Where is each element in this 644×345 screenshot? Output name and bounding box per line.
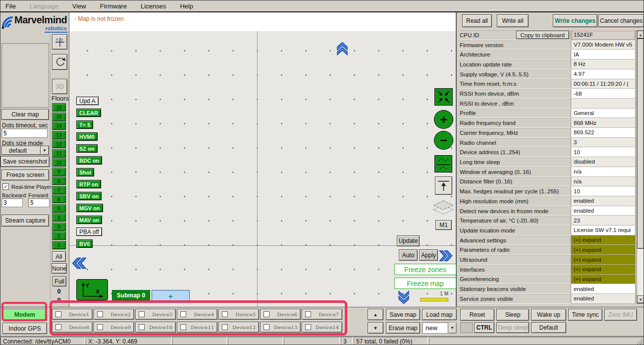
backward-input[interactable] xyxy=(1,198,23,207)
map-tool-button[interactable]: RTP on xyxy=(76,180,101,188)
floors-none-button[interactable]: None xyxy=(52,263,67,274)
device-button[interactable]: Device14 xyxy=(302,322,342,333)
floors-all-button[interactable]: All xyxy=(52,251,66,262)
parameter-value[interactable]: -68 xyxy=(571,89,636,99)
map-tool-button[interactable]: BV0 xyxy=(76,239,93,248)
chevron-down-icon[interactable]: ▼ xyxy=(40,146,49,155)
floor-button[interactable]: 12 xyxy=(52,140,66,148)
map-tool-button[interactable]: Upd A xyxy=(76,97,99,105)
parameter-value[interactable]: 3 xyxy=(571,138,636,148)
map-tool-button[interactable]: MGV on xyxy=(76,204,103,212)
stream-capture-button[interactable]: Stream capture xyxy=(1,215,49,227)
parameter-value[interactable]: 15241F xyxy=(571,30,636,40)
parameter-value[interactable]: 869.522 xyxy=(571,128,636,138)
map-tool-button[interactable]: T= 5 xyxy=(76,120,93,129)
dots-display-button[interactable] xyxy=(434,155,452,172)
copy-to-clipboard-button[interactable]: Copy to clipboard xyxy=(516,31,570,39)
floor-button[interactable]: 5 xyxy=(52,204,66,213)
device-checkbox[interactable] xyxy=(305,324,311,330)
modem-tab-button[interactable]: Modem xyxy=(2,309,47,321)
scroll-up-chevron-icon[interactable] xyxy=(335,41,350,56)
ctrl-button[interactable]: CTRL xyxy=(474,322,494,333)
parameter-value[interactable]: 23 xyxy=(571,216,636,226)
cancel-changes-button[interactable]: Cancel changes xyxy=(598,14,644,27)
parameter-value[interactable]: (+) expand xyxy=(571,235,636,245)
save-screenshot-button[interactable]: Save screenshot xyxy=(0,156,50,167)
zoom-in-button[interactable]: + xyxy=(434,110,453,129)
floor-button[interactable]: 8 xyxy=(52,176,66,185)
parameter-value[interactable]: n/a xyxy=(571,167,636,177)
map-tool-button[interactable]: Shot xyxy=(76,168,94,176)
layers-icon[interactable] xyxy=(432,200,455,217)
dots-size-select[interactable]: default ▼ xyxy=(1,146,49,155)
parameter-value[interactable]: n/a xyxy=(571,177,636,187)
device-button[interactable]: Device7 xyxy=(302,309,342,320)
menu-file[interactable]: File xyxy=(4,1,17,11)
indoor-gps-tab-button[interactable]: Indoor GPS xyxy=(2,323,47,334)
map-tool-button[interactable]: SBV on xyxy=(76,192,102,200)
device-checkbox[interactable] xyxy=(55,324,61,330)
scroll-right-chevron-icon[interactable] xyxy=(438,248,453,263)
add-submap-tab[interactable]: + xyxy=(152,290,190,302)
floor-button[interactable]: 3 xyxy=(52,223,66,231)
parameter-value[interactable]: (+) expand xyxy=(571,265,636,275)
parameter-value[interactable]: IA xyxy=(571,50,636,59)
floor-button[interactable]: 9 xyxy=(52,168,66,176)
clear-map-button[interactable]: Clear map xyxy=(1,109,49,120)
write-all-button[interactable]: Write all xyxy=(497,14,529,27)
map-tool-button[interactable]: CLEAR xyxy=(76,109,101,117)
floor-button[interactable]: 6 xyxy=(52,195,66,203)
device-button[interactable]: Device4 xyxy=(177,309,217,320)
device-button[interactable]: Device6 xyxy=(260,309,301,320)
floor-button[interactable]: 11 xyxy=(52,149,66,158)
parameter-value[interactable]: V7.000i Modem HW v5 xyxy=(571,40,636,50)
parameter-value[interactable]: (+) expand xyxy=(571,275,636,285)
device-button[interactable]: Device2 xyxy=(94,309,134,320)
xy-axes-button[interactable]: x y xyxy=(52,34,67,50)
menu-firmware[interactable]: Firmware xyxy=(99,1,128,11)
save-map-button[interactable]: Save map xyxy=(386,309,420,320)
parameter-value[interactable]: enabled xyxy=(571,294,636,304)
floor-button[interactable]: 7 xyxy=(52,186,66,194)
parameter-value[interactable]: 4.97 xyxy=(571,69,636,79)
map-tool-button[interactable]: MAV on xyxy=(76,216,102,224)
scroll-down-chevron-icon[interactable] xyxy=(396,290,411,305)
dots-timeout-input[interactable] xyxy=(1,128,48,138)
floor-button[interactable]: 13 xyxy=(52,131,66,139)
reset-button[interactable]: Reset xyxy=(460,309,494,321)
device-checkbox[interactable] xyxy=(222,324,228,330)
parameter-value[interactable]: enabled xyxy=(571,284,636,294)
load-map-button[interactable]: Load map xyxy=(422,309,457,320)
floor-button[interactable]: 4 xyxy=(52,213,66,222)
device-button[interactable]: Device13 xyxy=(260,322,301,333)
fit-to-screen-button[interactable] xyxy=(434,88,453,106)
default-button[interactable]: Default xyxy=(531,322,566,333)
apply-button[interactable]: Apply xyxy=(419,249,438,261)
parameter-value[interactable]: disabled xyxy=(571,157,636,167)
parameter-value[interactable]: General xyxy=(571,109,636,118)
floor-button[interactable]: 10 xyxy=(52,158,66,167)
device-checkbox[interactable] xyxy=(55,311,61,317)
parameter-value[interactable]: 00:06:11 / 11:29:20 / ( xyxy=(571,79,636,89)
parameter-value[interactable]: (+) expand xyxy=(571,245,636,255)
floor-button[interactable]: 1 xyxy=(52,241,66,249)
menu-licenses[interactable]: Licenses xyxy=(140,1,167,11)
zoom-out-button[interactable]: − xyxy=(434,131,453,150)
device-button[interactable]: Device1 xyxy=(52,309,93,320)
freeze-screen-button[interactable]: Freeze screen xyxy=(1,170,49,180)
parameter-value[interactable]: 868 MHz xyxy=(571,118,636,128)
erase-map-button[interactable]: Erase map xyxy=(386,322,420,334)
device-button[interactable]: Device5 xyxy=(218,309,259,320)
device-button[interactable]: Device8 xyxy=(52,322,93,333)
map-tool-button[interactable]: HVM0 xyxy=(76,132,98,141)
parameter-value[interactable]: enabled xyxy=(571,196,636,206)
parameter-value[interactable]: 10 xyxy=(571,186,636,196)
forward-input[interactable] xyxy=(28,198,50,207)
devices-scroll-down-button[interactable]: ▼ xyxy=(368,322,383,334)
device-checkbox[interactable] xyxy=(180,324,186,330)
device-checkbox[interactable] xyxy=(264,311,269,317)
scrollbar-up-arrow[interactable]: ▲ xyxy=(637,31,644,39)
rotate-map-button[interactable] xyxy=(52,54,67,70)
device-button[interactable]: Device12 xyxy=(218,322,259,333)
realtime-player-checkbox[interactable]: ✓ xyxy=(2,183,9,190)
